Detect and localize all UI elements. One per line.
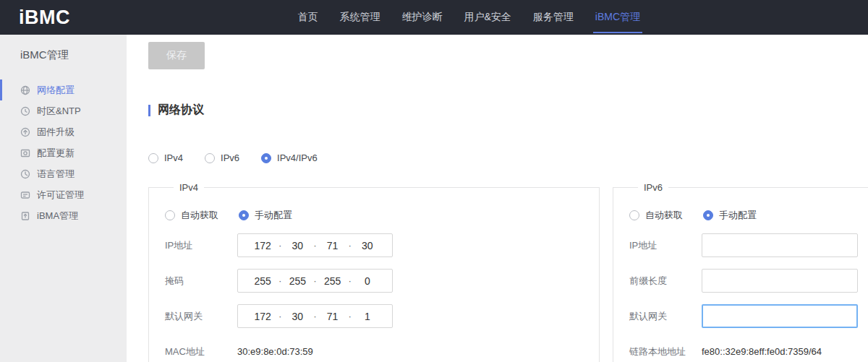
language-icon xyxy=(20,169,30,179)
sidebar-item-label: 网络配置 xyxy=(37,84,75,97)
sidebar-item-firmware-upgrade[interactable]: 固件升级 xyxy=(0,121,127,142)
timezone-icon xyxy=(20,106,30,116)
ipv4-radio-auto[interactable]: 自动获取 xyxy=(165,209,218,222)
field-label: 默认网关 xyxy=(629,310,702,323)
mask-octet-4-input[interactable] xyxy=(352,275,383,287)
radio-label: 手动配置 xyxy=(719,209,757,222)
ipv6-ip-row: IP地址 xyxy=(629,233,868,257)
ipv4-mode-radio-group: 自动获取 手动配置 xyxy=(165,209,599,222)
ipv6-gateway-row: 默认网关 xyxy=(629,304,868,328)
license-icon xyxy=(20,190,30,200)
radio-circle-icon[interactable] xyxy=(148,153,158,163)
ipv6-panel: IPv6 自动获取 手动配置 IP地址 前缀长度 默认 xyxy=(613,182,868,362)
nav-home[interactable]: 首页 xyxy=(286,0,328,35)
sidebar-item-timezone-ntp[interactable]: 时区&NTP xyxy=(0,100,127,121)
radio-circle-icon[interactable] xyxy=(239,210,249,220)
sidebar-item-license-management[interactable]: 许可证管理 xyxy=(0,184,127,205)
active-indicator-bar xyxy=(0,79,2,100)
sidebar-item-label: 语言管理 xyxy=(37,168,75,181)
ibmc-logo: iBMC xyxy=(19,7,70,29)
ipv4-panel: IPv4 自动获取 手动配置 IP地址 · · xyxy=(148,182,600,362)
field-label: 链路本地地址 xyxy=(629,345,702,358)
ipv4-subnet-mask-input[interactable]: · · · xyxy=(237,269,393,293)
save-button[interactable]: 保存 xyxy=(148,42,205,69)
field-label: MAC地址 xyxy=(165,345,237,358)
field-label: 默认网关 xyxy=(165,310,237,323)
radio-ipv6[interactable]: IPv6 xyxy=(205,152,239,163)
radio-circle-icon[interactable] xyxy=(703,210,713,220)
ip-octet-3-input[interactable] xyxy=(317,240,349,251)
sidebar-title: iBMC管理 xyxy=(0,35,127,62)
nav-maintenance-diagnostics[interactable]: 维护诊断 xyxy=(391,0,453,35)
radio-ipv4[interactable]: IPv4 xyxy=(148,152,183,163)
section-accent-bar xyxy=(148,105,150,116)
main-content: 保存 网络协议 IPv4 IPv6 IPv4/IPv6 IPv4 自动获取 xyxy=(127,35,868,362)
sidebar-menu: 网络配置 时区&NTP 固件升级 配置更新 语言管理 xyxy=(0,79,127,226)
ipv6-default-gateway-input[interactable] xyxy=(702,304,858,328)
gateway-octet-4-input[interactable] xyxy=(352,311,383,322)
nav-user-security[interactable]: 用户&安全 xyxy=(453,0,522,35)
ipv6-mode-radio-group: 自动获取 手动配置 xyxy=(629,209,868,222)
field-label: 掩码 xyxy=(165,275,237,288)
sidebar-item-label: 固件升级 xyxy=(37,126,75,139)
page-title: 网络协议 xyxy=(158,103,204,118)
mask-octet-3-input[interactable] xyxy=(317,275,349,287)
top-bar: iBMC 首页 系统管理 维护诊断 用户&安全 服务管理 iBMC管理 xyxy=(0,0,868,35)
sidebar-item-label: 配置更新 xyxy=(37,147,75,160)
field-label: IP地址 xyxy=(165,239,237,252)
ip-octet-4-input[interactable] xyxy=(352,240,383,251)
ibma-icon xyxy=(20,211,30,221)
mac-address-value: 30:e9:8e:0d:73:59 xyxy=(237,346,313,357)
section-header: 网络协议 xyxy=(148,103,868,118)
ipv6-prefix-row: 前缀长度 xyxy=(629,269,868,293)
sidebar-item-network-config[interactable]: 网络配置 xyxy=(0,79,127,100)
nav-ibmc-management[interactable]: iBMC管理 xyxy=(584,0,651,35)
radio-label: 自动获取 xyxy=(181,209,218,222)
config-update-icon xyxy=(20,148,30,158)
radio-label: 手动配置 xyxy=(255,209,292,222)
ip-octet-1-input[interactable] xyxy=(247,240,278,251)
nav-service-management[interactable]: 服务管理 xyxy=(522,0,584,35)
protocol-radio-group: IPv4 IPv6 IPv4/IPv6 xyxy=(148,152,868,163)
mask-octet-2-input[interactable] xyxy=(281,275,313,287)
sidebar-item-label: 许可证管理 xyxy=(37,189,84,202)
ipv6-prefix-length-input[interactable] xyxy=(702,269,858,293)
mask-octet-1-input[interactable] xyxy=(247,275,278,287)
radio-label: 自动获取 xyxy=(645,209,683,222)
ipv4-panel-legend: IPv4 xyxy=(174,182,204,193)
ipv4-radio-manual[interactable]: 手动配置 xyxy=(239,209,292,222)
ipv6-radio-manual[interactable]: 手动配置 xyxy=(703,209,757,222)
sidebar-item-config-update[interactable]: 配置更新 xyxy=(0,142,127,163)
ipv6-link-local-row: 链路本地地址 fe80::32e9:8eff:fe0d:7359/64 xyxy=(629,340,868,362)
ipv4-gateway-row: 默认网关 · · · xyxy=(165,304,599,328)
radio-circle-icon[interactable] xyxy=(205,153,215,163)
radio-circle-icon[interactable] xyxy=(165,210,175,220)
ipv4-default-gateway-input[interactable]: · · · xyxy=(237,304,393,328)
sidebar-item-label: 时区&NTP xyxy=(37,105,81,118)
field-label: IP地址 xyxy=(629,239,702,252)
nav-system-management[interactable]: 系统管理 xyxy=(328,0,391,35)
sidebar-item-ibma-management[interactable]: iBMA管理 xyxy=(0,205,127,226)
sidebar-item-label: iBMA管理 xyxy=(37,210,78,223)
ipv4-ip-address-input[interactable]: · · · xyxy=(237,233,393,257)
ip-octet-2-input[interactable] xyxy=(281,240,313,251)
ipv4-mask-row: 掩码 · · · xyxy=(165,269,599,293)
top-nav: 首页 系统管理 维护诊断 用户&安全 服务管理 iBMC管理 xyxy=(286,0,651,35)
ipv6-ip-address-input[interactable] xyxy=(702,233,858,257)
radio-label: IPv4 xyxy=(164,152,183,163)
radio-label: IPv4/IPv6 xyxy=(277,152,318,163)
field-label: 前缀长度 xyxy=(629,275,702,288)
radio-ipv4-ipv6[interactable]: IPv4/IPv6 xyxy=(261,152,318,163)
globe-icon xyxy=(20,85,30,95)
radio-circle-icon[interactable] xyxy=(261,153,271,163)
sidebar: iBMC管理 网络配置 时区&NTP 固件升级 配置更新 xyxy=(0,35,127,362)
ipv4-ip-row: IP地址 · · · xyxy=(165,233,599,257)
sidebar-item-language-management[interactable]: 语言管理 xyxy=(0,163,127,184)
radio-circle-icon[interactable] xyxy=(629,210,639,220)
gateway-octet-2-input[interactable] xyxy=(281,311,313,322)
gateway-octet-3-input[interactable] xyxy=(317,311,349,322)
gateway-octet-1-input[interactable] xyxy=(247,311,278,322)
ipv6-radio-auto[interactable]: 自动获取 xyxy=(629,209,683,222)
firmware-upgrade-icon xyxy=(20,127,30,137)
ipv4-mac-row: MAC地址 30:e9:8e:0d:73:59 xyxy=(165,340,599,362)
